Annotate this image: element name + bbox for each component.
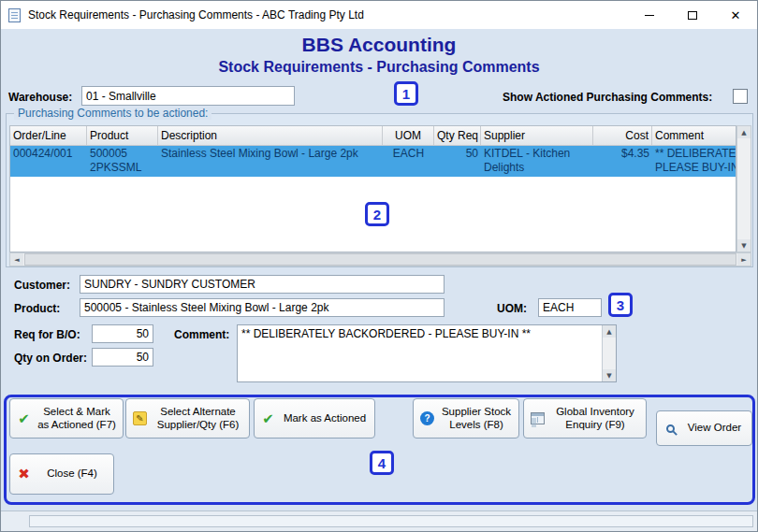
window-controls: ✕	[628, 1, 757, 29]
customer-input[interactable]: SUNDRY - SUNDRY CUSTOMER	[80, 275, 445, 294]
show-actioned-checkbox[interactable]	[733, 89, 748, 104]
magnifier-icon	[666, 424, 675, 433]
comment-label: Comment:	[174, 328, 229, 341]
select-alternate-supplier-label: Select Alternate Supplier/Qty (F6)	[153, 406, 243, 432]
arrow-up-icon: ▲	[741, 129, 746, 137]
annotation-badge-2: 2	[365, 202, 389, 226]
red-x-icon: ✖	[16, 467, 32, 482]
grid-col-uom[interactable]: UOM	[383, 126, 434, 145]
comment-text: ** DELIBERATELY BACKORDERED - PLEASE BUY…	[241, 327, 531, 340]
select-mark-actioned-button[interactable]: ✔ Select & Mark as Actioned (F7)	[9, 398, 124, 439]
grid-col-qty-req[interactable]: Qty Req	[434, 126, 481, 145]
warehouse-label: Warehouse:	[8, 91, 72, 104]
annotation-badge-1: 1	[394, 81, 418, 106]
global-inventory-enquiry-button[interactable]: Global Inventory Enquiry (F9)	[523, 398, 647, 439]
req-bo-input[interactable]: 50	[92, 324, 153, 343]
product-input[interactable]: 500005 - Stainless Steel Mixing Bowl - L…	[80, 298, 445, 317]
application-window: { "window": { "title": "Stock Requiremen…	[0, 0, 758, 532]
purchasing-comments-groupbox: Purchasing Comments to be actioned: Orde…	[6, 113, 753, 267]
app-icon	[8, 8, 21, 22]
close-button[interactable]: ✕	[714, 1, 757, 29]
annotation-badge-3: 3	[608, 293, 633, 317]
warehouse-input[interactable]: 01 - Smallville	[81, 86, 295, 106]
comment-textarea[interactable]: ** DELIBERATELY BACKORDERED - PLEASE BUY…	[237, 324, 617, 382]
comment-vscrollbar[interactable]: ▲ ▼	[602, 325, 616, 381]
cell-comment: ** DELIBERATELY BACKORDERED - PLEASE BUY…	[652, 146, 736, 177]
close-form-button[interactable]: ✖ Close (F4)	[9, 453, 114, 495]
qty-on-order-label: Qty on Order:	[14, 352, 87, 365]
hscroll-thumb[interactable]	[24, 253, 736, 266]
grid-col-description[interactable]: Description	[158, 126, 383, 145]
arrow-up-icon: ▲	[606, 328, 611, 336]
grid-col-cost[interactable]: Cost	[593, 126, 652, 145]
comments-grid: Order/Line Product Description UOM Qty R…	[9, 125, 736, 252]
cell-product: 500005 2PKSSML	[87, 146, 158, 177]
arrow-left-icon: ◄	[14, 256, 19, 264]
global-inventory-enquiry-label: Global Inventory Enquiry (F9)	[550, 406, 640, 432]
select-mark-actioned-label: Select & Mark as Actioned (F7)	[36, 406, 117, 432]
status-field	[29, 515, 753, 527]
arrow-down-icon: ▼	[606, 372, 611, 380]
grid-col-order-line[interactable]: Order/Line	[10, 126, 87, 145]
close-icon: ✕	[731, 8, 741, 22]
req-bo-label: Req for B/O:	[14, 328, 80, 341]
arrow-right-icon: ►	[741, 256, 746, 264]
question-icon: ?	[420, 411, 434, 425]
mark-as-actioned-button[interactable]: ✔ Mark as Actioned	[254, 398, 375, 439]
supplier-stock-levels-button[interactable]: ? Supplier Stock Levels (F8)	[413, 398, 519, 439]
grid-col-product[interactable]: Product	[87, 126, 158, 145]
minimize-icon	[645, 15, 654, 16]
grid-header-row: Order/Line Product Description UOM Qty R…	[10, 126, 736, 146]
grid-col-comment[interactable]: Comment	[652, 126, 736, 145]
cell-uom: EACH	[383, 146, 434, 163]
table-row[interactable]: 000424/001 500005 2PKSSML Stainless Stee…	[10, 146, 736, 177]
grid-hscrollbar[interactable]: ◄ ►	[9, 252, 751, 266]
product-label: Product:	[14, 302, 60, 315]
scroll-down-button[interactable]: ▼	[737, 239, 751, 252]
cell-supplier: KITDEL - Kitchen Delights	[481, 146, 593, 177]
cell-order-line: 000424/001	[10, 146, 87, 163]
note-edit-icon: ✎	[133, 411, 147, 425]
title-bar: Stock Requirements - Purchasing Comments…	[1, 1, 757, 29]
cell-cost: $4.35	[593, 146, 652, 163]
grid-vscrollbar[interactable]: ▲ ▼	[736, 125, 751, 252]
cell-qty-req: 50	[434, 146, 481, 163]
app-title: BBS Accounting	[1, 34, 757, 56]
arrow-down-icon: ▼	[741, 242, 746, 250]
check-icon: ✔	[260, 410, 276, 426]
supplier-stock-levels-label: Supplier Stock Levels (F8)	[440, 406, 513, 432]
view-order-label: View Order	[683, 422, 746, 435]
maximize-icon	[688, 11, 697, 20]
mark-as-actioned-label: Mark as Actioned	[281, 412, 369, 425]
qty-on-order-input[interactable]: 50	[92, 348, 153, 367]
window-title: Stock Requirements - Purchasing Comments…	[28, 8, 364, 22]
minimize-button[interactable]	[628, 1, 671, 29]
annotation-badge-4: 4	[370, 451, 394, 475]
maximize-button[interactable]	[671, 1, 714, 29]
uom-input[interactable]: EACH	[538, 298, 602, 317]
scroll-right-button[interactable]: ►	[737, 253, 751, 266]
page-title: Stock Requirements - Purchasing Comments	[1, 59, 757, 76]
scroll-up-button[interactable]: ▲	[737, 126, 751, 138]
comment-scroll-up-button[interactable]: ▲	[603, 325, 616, 338]
inventory-grid-icon	[531, 412, 545, 424]
groupbox-label: Purchasing Comments to be actioned:	[14, 107, 211, 120]
status-bar	[1, 510, 757, 531]
close-form-label: Close (F4)	[36, 467, 108, 481]
cell-description: Stainless Steel Mixing Bowl - Large 2pk	[158, 146, 383, 163]
uom-label: UOM:	[497, 302, 527, 315]
view-order-button[interactable]: View Order	[656, 410, 752, 446]
select-alternate-supplier-button[interactable]: ✎ Select Alternate Supplier/Qty (F6)	[125, 398, 250, 439]
customer-label: Customer:	[14, 279, 70, 292]
show-actioned-label: Show Actioned Purchasing Comments:	[503, 91, 712, 104]
grid-inner: Order/Line Product Description UOM Qty R…	[10, 126, 736, 252]
check-icon: ✔	[16, 410, 32, 426]
comment-scroll-down-button[interactable]: ▼	[603, 369, 616, 381]
grid-col-supplier[interactable]: Supplier	[481, 126, 593, 145]
scroll-left-button[interactable]: ◄	[10, 253, 23, 266]
